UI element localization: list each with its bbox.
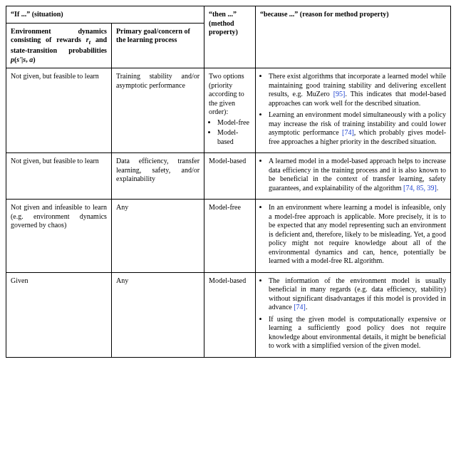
cell-because: There exist algorithms that incorporate … bbox=[256, 68, 451, 153]
header-then: “then ...” (method property) bbox=[204, 6, 256, 68]
list-item: If using the given model is computationa… bbox=[269, 315, 446, 351]
citation: [74] bbox=[294, 303, 306, 311]
then-list: Model-free Model-based bbox=[217, 118, 251, 147]
list-item: Model-based bbox=[217, 128, 251, 146]
list-item: The information of the environment model… bbox=[269, 276, 446, 312]
list-item: A learned model in a model-based approac… bbox=[269, 157, 446, 192]
cell-then: Model-based bbox=[204, 272, 256, 357]
cell-env: Given bbox=[6, 272, 112, 357]
citation: [95] bbox=[333, 90, 346, 98]
cell-goal: Any bbox=[112, 200, 204, 273]
table-row: Given Any Model-based The information of… bbox=[6, 272, 451, 357]
list-item: Learning an environment model simultaneo… bbox=[269, 110, 446, 146]
cell-goal: Any bbox=[112, 272, 204, 357]
header-goal: Primary goal/concern of the learning pro… bbox=[112, 23, 204, 68]
cell-goal: Training stability and/or asymptotic per… bbox=[112, 68, 204, 153]
table-row: Not given and infeasible to learn (e.g. … bbox=[6, 200, 451, 273]
table-row: Not given, but feasible to learn Data ef… bbox=[6, 153, 451, 200]
list-item: Model-free bbox=[217, 118, 251, 128]
table-row: Not given, but feasible to learn Trainin… bbox=[6, 68, 451, 153]
cell-then: Model-based bbox=[204, 153, 256, 200]
cell-env: Not given and infeasible to learn (e.g. … bbox=[6, 200, 112, 273]
header-env: Environment dynamics consisting of rewar… bbox=[6, 23, 112, 68]
cell-env: Not given, but feasible to learn bbox=[6, 68, 112, 153]
list-item: In an environment where learning a model… bbox=[269, 203, 446, 266]
then-intro: Two options (priority according to the g… bbox=[209, 72, 244, 115]
cell-because: In an environment where learning a model… bbox=[256, 200, 451, 273]
cell-goal: Data efficiency, transfer learning, safe… bbox=[112, 153, 204, 200]
cell-because: A learned model in a model-based approac… bbox=[256, 153, 451, 200]
decision-table: “If ...” (situation) “then ...” (method … bbox=[6, 6, 451, 358]
cell-env: Not given, but feasible to learn bbox=[6, 153, 112, 200]
cell-because: The information of the environment model… bbox=[256, 272, 451, 357]
citation: [74] bbox=[342, 128, 354, 136]
header-if: “If ...” (situation) bbox=[6, 6, 204, 24]
list-item: There exist algorithms that incorporate … bbox=[269, 72, 446, 108]
cell-then: Two options (priority according to the g… bbox=[204, 68, 256, 153]
cell-then: Model-free bbox=[204, 200, 256, 273]
header-because: “because ...” (reason for method propert… bbox=[256, 6, 451, 68]
citation: [74, 85, 39] bbox=[403, 184, 437, 192]
